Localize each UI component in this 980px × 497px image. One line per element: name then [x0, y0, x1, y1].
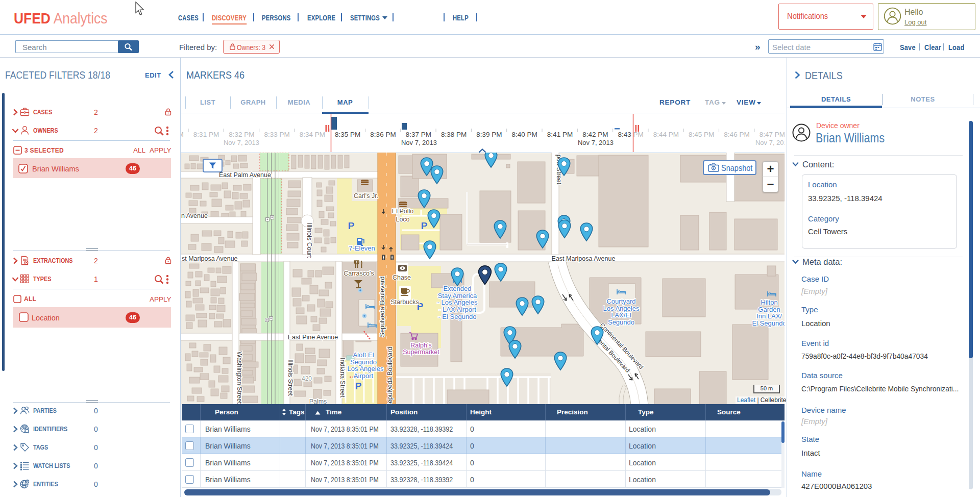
svg-text:n Avenue: n Avenue [181, 212, 208, 219]
svg-text:8:36 PM: 8:36 PM [370, 131, 396, 138]
svg-text:East Palm Avenue: East Palm Avenue [219, 171, 271, 179]
svg-text:Nov 7, 2013: Nov 7, 2013 [755, 139, 785, 146]
svg-text:8:46 PM: 8:46 PM [724, 131, 749, 138]
svg-text:8:35 PM: 8:35 PM [335, 131, 360, 138]
svg-text:Sepulveda Boulevard: Sepulveda Boulevard [386, 347, 394, 404]
svg-text:8:44 PM: 8:44 PM [653, 131, 679, 138]
svg-text:Nov 7, 2013: Nov 7, 2013 [224, 139, 259, 146]
svg-text:Segundo: Segundo [608, 318, 634, 326]
svg-text:8:43 PM: 8:43 PM [618, 131, 643, 138]
svg-text:East Mariposa Avenue: East Mariposa Avenue [552, 255, 616, 262]
svg-text:8:47 PM: 8:47 PM [760, 131, 785, 138]
svg-text:8:31 PM: 8:31 PM [193, 131, 219, 138]
svg-text:- El Segundo: - El Segundo [438, 313, 476, 320]
svg-text:Palms: Palms [309, 398, 327, 404]
svg-text:8:41 PM: 8:41 PM [547, 131, 573, 138]
svg-text:8:37 PM: 8:37 PM [406, 131, 431, 138]
svg-text:Sepulveda Boulevard: Sepulveda Boulevard [379, 277, 386, 337]
svg-text:P: P [355, 381, 362, 391]
svg-text:P: P [421, 220, 428, 231]
svg-text:8:30 PM: 8:30 PM [181, 131, 184, 138]
svg-text:st Mariposa Avenue: st Mariposa Avenue [182, 255, 238, 262]
svg-text:Chase: Chase [393, 274, 411, 281]
svg-text:Illinois Street: Illinois Street [287, 359, 294, 396]
svg-text:El Segundo: El Segundo [752, 319, 785, 327]
svg-text:Ralph's: Ralph's [410, 342, 431, 349]
svg-text:Carl's Jr.: Carl's Jr. [354, 192, 378, 200]
svg-text:8:33 PM: 8:33 PM [264, 131, 289, 138]
svg-text:8:38 PM: 8:38 PM [441, 131, 467, 138]
svg-text:8:40 PM: 8:40 PM [512, 131, 537, 138]
svg-text:El Pollo: El Pollo [392, 208, 413, 215]
svg-text:8:42 PM: 8:42 PM [582, 131, 608, 138]
svg-text:Loco: Loco [396, 216, 409, 223]
svg-text:Illinois Court: Illinois Court [306, 223, 313, 258]
svg-text:Washington Street: Washington Street [236, 352, 243, 404]
svg-text:420: 420 [302, 375, 312, 382]
svg-text:8:39 PM: 8:39 PM [476, 131, 502, 138]
svg-text:Starbucks: Starbucks [390, 299, 419, 306]
svg-text:Carrasco's: Carrasco's [344, 270, 374, 277]
svg-text:8:45 PM: 8:45 PM [689, 131, 714, 138]
svg-text:Nov 7, 2013: Nov 7, 2013 [401, 139, 437, 146]
svg-text:Airport: Airport [354, 372, 374, 380]
svg-text:Indiana Street: Indiana Street [339, 358, 346, 397]
svg-text:Nov 7, 2013: Nov 7, 2013 [578, 139, 614, 146]
svg-text:P: P [348, 220, 355, 231]
svg-text:East Pine Avenue: East Pine Avenue [288, 334, 338, 341]
svg-text:Supermarket: Supermarket [403, 349, 439, 356]
svg-text:8:32 PM: 8:32 PM [229, 131, 254, 138]
svg-text:7-Eleven: 7-Eleven [349, 244, 375, 252]
svg-text:8:34 PM: 8:34 PM [300, 131, 325, 138]
